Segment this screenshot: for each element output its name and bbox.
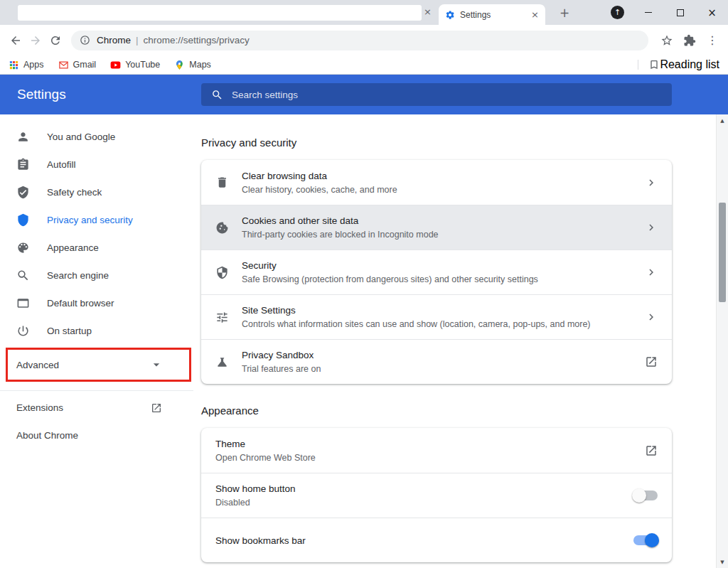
row-subtitle: Third-party cookies are blocked in Incog… bbox=[242, 230, 439, 240]
row-title: Security bbox=[242, 260, 538, 271]
bookmark-star-button[interactable] bbox=[657, 31, 677, 50]
sidebar-item-search-engine[interactable]: Search engine bbox=[0, 262, 193, 289]
open-in-new-icon bbox=[151, 402, 162, 414]
address-bar-site-label: Chrome bbox=[97, 35, 131, 45]
settings-sidebar: You and Google Autofill Safety check Pri… bbox=[0, 114, 193, 568]
sidebar-item-label: On startup bbox=[47, 326, 92, 336]
maximize-icon bbox=[677, 9, 684, 16]
browser-toolbar: Chrome | chrome://settings/privacy ⋮ bbox=[0, 25, 728, 55]
sidebar-item-label: Search engine bbox=[47, 270, 109, 281]
browser-menu-button[interactable]: ⋮ bbox=[702, 31, 722, 50]
bookmark-youtube-label: YouTube bbox=[125, 60, 160, 70]
sidebar-item-appearance[interactable]: Appearance bbox=[0, 234, 193, 262]
bookmark-star-icon bbox=[660, 34, 673, 47]
tab-settings[interactable]: Settings × bbox=[439, 4, 545, 25]
three-dot-menu-icon: ⋮ bbox=[707, 33, 718, 47]
bookmarks-bar: Apps Gmail YouTube Maps Reading list bbox=[0, 55, 728, 75]
browser-window-icon bbox=[16, 296, 31, 310]
inactive-blank-tab[interactable] bbox=[18, 5, 422, 21]
update-badge-icon[interactable]: ↑ bbox=[611, 6, 624, 19]
new-tab-button[interactable]: + bbox=[557, 5, 572, 21]
sidebar-item-privacy-and-security[interactable]: Privacy and security bbox=[0, 206, 193, 234]
reading-list-button[interactable]: Reading list bbox=[648, 58, 719, 71]
settings-search-input[interactable] bbox=[232, 90, 662, 100]
sidebar-item-on-startup[interactable]: On startup bbox=[0, 317, 193, 345]
bookmark-gmail[interactable]: Gmail bbox=[58, 60, 97, 70]
blank-tab-close-icon[interactable]: × bbox=[424, 6, 432, 17]
show-home-button-toggle[interactable] bbox=[633, 491, 658, 500]
forward-icon bbox=[29, 34, 42, 47]
sidebar-item-about-chrome[interactable]: About Chrome bbox=[0, 422, 193, 449]
tab-settings-label: Settings bbox=[460, 10, 531, 20]
open-in-new-icon[interactable] bbox=[645, 355, 658, 368]
row-privacy-sandbox[interactable]: Privacy Sandbox Trial features are on bbox=[201, 339, 672, 384]
bookmark-apps[interactable]: Apps bbox=[9, 60, 44, 70]
settings-gear-favicon-icon bbox=[445, 10, 455, 20]
row-subtitle: Safe Browsing (protection from dangerous… bbox=[242, 274, 538, 284]
appearance-card: Theme Open Chrome Web Store Show home bu… bbox=[201, 428, 672, 562]
forward-button[interactable] bbox=[26, 31, 46, 50]
autofill-icon bbox=[16, 158, 31, 171]
address-bar[interactable]: Chrome | chrome://settings/privacy bbox=[71, 31, 648, 50]
sidebar-item-you-and-google[interactable]: You and Google bbox=[0, 123, 193, 151]
window-close-button[interactable]: × bbox=[696, 0, 728, 25]
page-scrollbar[interactable]: ▲ ▼ bbox=[716, 114, 728, 568]
window-controls: × bbox=[632, 0, 728, 25]
sidebar-item-default-browser[interactable]: Default browser bbox=[0, 289, 193, 317]
bookmarks-divider bbox=[638, 60, 638, 70]
row-subtitle: Controls what information sites can use … bbox=[242, 319, 591, 329]
row-show-home-button[interactable]: Show home button Disabled bbox=[201, 473, 672, 518]
extensions-puzzle-icon bbox=[683, 34, 696, 47]
row-site-settings[interactable]: Site Settings Controls what information … bbox=[201, 294, 672, 339]
about-chrome-label: About Chrome bbox=[16, 430, 78, 441]
youtube-icon bbox=[110, 60, 121, 70]
tab-settings-close-icon[interactable]: × bbox=[531, 9, 539, 20]
toggle-knob bbox=[645, 533, 659, 547]
row-clear-browsing-data[interactable]: Clear browsing data Clear history, cooki… bbox=[201, 160, 672, 205]
settings-content: Privacy and security Clear browsing data… bbox=[201, 114, 672, 568]
magnifier-icon bbox=[16, 269, 31, 282]
sidebar-item-extensions[interactable]: Extensions bbox=[0, 394, 193, 422]
scrollbar-up-arrow-icon[interactable]: ▲ bbox=[717, 114, 728, 127]
open-in-new-icon[interactable] bbox=[645, 444, 658, 457]
bookmark-maps[interactable]: Maps bbox=[174, 60, 211, 70]
minimize-icon bbox=[645, 12, 652, 13]
scrollbar-down-arrow-icon[interactable]: ▼ bbox=[717, 556, 728, 568]
address-bar-url: chrome://settings/privacy bbox=[144, 35, 250, 45]
apps-grid-icon bbox=[9, 60, 19, 70]
row-cookies-and-other-site-data[interactable]: Cookies and other site data Third-party … bbox=[201, 205, 672, 250]
extensions-label: Extensions bbox=[16, 402, 63, 413]
shield-check-icon bbox=[16, 186, 31, 199]
appearance-section-heading: Appearance bbox=[201, 404, 672, 418]
extensions-button[interactable] bbox=[680, 31, 700, 50]
bookmark-gmail-label: Gmail bbox=[73, 60, 97, 70]
sidebar-item-label: Appearance bbox=[47, 242, 99, 253]
sidebar-item-autofill[interactable]: Autofill bbox=[0, 151, 193, 178]
settings-search-box[interactable] bbox=[201, 83, 672, 106]
row-title: Theme bbox=[215, 439, 316, 449]
toggle-knob bbox=[632, 488, 646, 503]
chevron-down-icon bbox=[149, 358, 164, 372]
sidebar-item-advanced[interactable]: Advanced bbox=[8, 350, 189, 380]
red-annotation-rectangle: Advanced bbox=[6, 348, 191, 382]
sidebar-item-safety-check[interactable]: Safety check bbox=[0, 178, 193, 206]
row-subtitle: Trial features are on bbox=[242, 364, 321, 374]
maximize-button[interactable] bbox=[664, 0, 696, 25]
bookmark-youtube[interactable]: YouTube bbox=[110, 60, 160, 70]
sidebar-item-label: Privacy and security bbox=[47, 215, 133, 225]
row-security[interactable]: Security Safe Browsing (protection from … bbox=[201, 250, 672, 294]
security-shield-icon bbox=[215, 266, 230, 279]
show-bookmarks-bar-toggle[interactable] bbox=[633, 535, 658, 545]
reload-button[interactable] bbox=[46, 31, 65, 50]
minimize-button[interactable] bbox=[632, 0, 664, 25]
row-show-bookmarks-bar[interactable]: Show bookmarks bar bbox=[201, 518, 672, 562]
row-title: Show bookmarks bar bbox=[215, 535, 306, 546]
row-theme[interactable]: Theme Open Chrome Web Store bbox=[201, 428, 672, 473]
chevron-right-icon bbox=[645, 176, 658, 189]
tune-sliders-icon bbox=[215, 311, 230, 324]
page-info-icon[interactable] bbox=[80, 35, 90, 45]
back-button[interactable] bbox=[6, 31, 26, 50]
scrollbar-thumb[interactable] bbox=[719, 203, 726, 302]
chevron-right-icon bbox=[645, 266, 658, 279]
reading-list-label: Reading list bbox=[660, 58, 719, 71]
